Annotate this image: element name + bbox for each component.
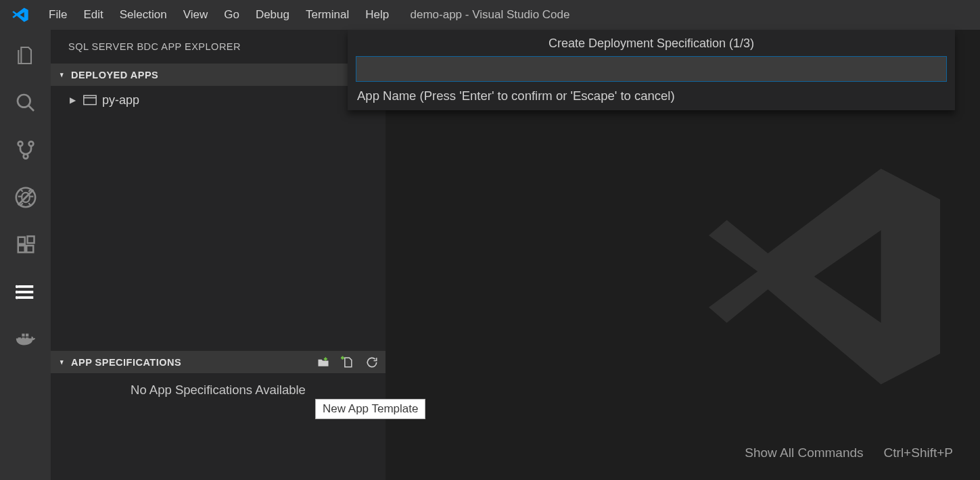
menu-bar: File Edit Selection View Go Debug Termin… — [41, 0, 397, 30]
vscode-logo-icon — [0, 6, 41, 24]
welcome-cmd-label: Show All Commands — [745, 446, 863, 460]
quick-input-panel: Create Deployment Specification (1/3) Ap… — [348, 30, 955, 110]
svg-rect-11 — [18, 285, 33, 288]
svg-rect-13 — [18, 296, 33, 299]
svg-rect-7 — [18, 237, 24, 244]
svg-point-3 — [28, 141, 33, 146]
welcome-commands: Show All Commands Ctrl+Shift+P Go to Fil… — [745, 446, 953, 480]
section-actions — [317, 351, 379, 373]
docker-icon[interactable] — [14, 327, 38, 352]
window-icon — [83, 95, 97, 105]
svg-point-0 — [18, 95, 30, 107]
extensions-icon[interactable] — [14, 233, 38, 257]
section-header-label: DEPLOYED APPS — [71, 70, 158, 80]
quick-input-hint: App Name (Press 'Enter' to confirm or 'E… — [356, 89, 947, 103]
svg-rect-9 — [26, 245, 33, 252]
tooltip: New App Template — [315, 399, 425, 419]
svg-rect-20 — [22, 334, 24, 337]
svg-rect-8 — [18, 245, 24, 252]
svg-rect-21 — [26, 334, 28, 337]
svg-point-15 — [16, 291, 18, 294]
tree-item-py-app[interactable]: ▶ py-app — [51, 89, 386, 112]
menu-terminal[interactable]: Terminal — [298, 0, 357, 30]
chevron-right-icon: ▶ — [70, 95, 79, 105]
quick-input-title: Create Deployment Specification (1/3) — [356, 37, 947, 51]
svg-rect-10 — [27, 237, 34, 243]
sidebar-title: SQL SERVER BDC APP EXPLORER — [51, 30, 386, 64]
menu-help[interactable]: Help — [357, 0, 397, 30]
menu-edit[interactable]: Edit — [75, 0, 111, 30]
svg-rect-22 — [84, 95, 96, 104]
svg-line-1 — [28, 105, 34, 111]
refresh-icon[interactable] — [365, 356, 379, 369]
vscode-watermark-icon — [696, 148, 953, 405]
title-bar: File Edit Selection View Go Debug Termin… — [0, 0, 980, 30]
new-file-icon[interactable] — [341, 356, 354, 369]
new-folder-icon[interactable] — [317, 356, 330, 369]
menu-file[interactable]: File — [41, 0, 75, 30]
activity-bar — [0, 30, 51, 480]
welcome-cmd-keybinding: Ctrl+Shift+P — [884, 446, 953, 460]
menu-view[interactable]: View — [175, 0, 216, 30]
app-specs-empty-message: No App Specifications Available — [51, 373, 386, 398]
svg-point-16 — [16, 296, 18, 299]
svg-point-2 — [18, 141, 22, 146]
section-header-app-specifications[interactable]: ▾ APP SPECIFICATIONS — [51, 351, 386, 373]
menu-selection[interactable]: Selection — [112, 0, 175, 30]
svg-point-14 — [16, 285, 18, 289]
deployed-apps-tree: ▶ py-app — [51, 86, 386, 351]
svg-rect-12 — [18, 291, 33, 293]
menu-debug[interactable]: Debug — [248, 0, 298, 30]
section-deployed-apps: ▾ DEPLOYED APPS ▶ py-app — [51, 64, 386, 351]
quick-input-field[interactable] — [356, 56, 947, 82]
tree-item-label: py-app — [102, 93, 139, 107]
debug-icon[interactable] — [14, 185, 38, 210]
section-header-deployed-apps[interactable]: ▾ DEPLOYED APPS — [51, 64, 386, 86]
section-header-label: APP SPECIFICATIONS — [71, 357, 181, 368]
source-control-icon[interactable] — [14, 138, 38, 162]
sql-bdc-icon[interactable] — [14, 280, 38, 304]
chevron-down-icon: ▾ — [58, 70, 66, 79]
search-icon[interactable] — [14, 91, 38, 115]
explorer-icon[interactable] — [14, 43, 38, 68]
menu-go[interactable]: Go — [216, 0, 248, 30]
chevron-down-icon: ▾ — [58, 358, 66, 366]
section-app-specifications: ▾ APP SPECIFICATIONS No App Specificatio… — [51, 351, 386, 398]
